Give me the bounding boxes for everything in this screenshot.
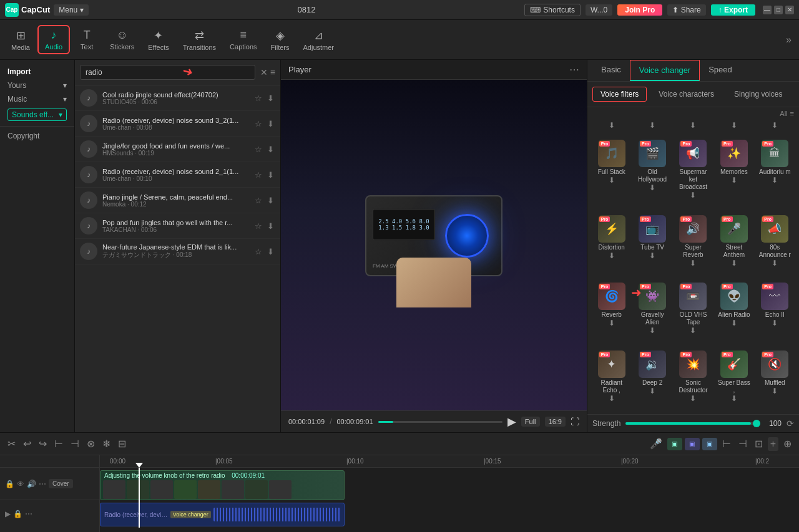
voice-item-distortion[interactable]: Pro ⚡ Distortion ⬇ [592, 211, 630, 277]
search-input[interactable] [80, 65, 255, 80]
favorite-button[interactable]: ☆ [253, 92, 263, 104]
voice-item-super-reverb[interactable]: Pro 🔊 Super Reverb ⬇ [674, 211, 712, 277]
download-button[interactable]: ⬇ [266, 92, 275, 104]
search-filter-button[interactable]: ≡ [270, 67, 275, 77]
maximize-button[interactable]: □ [774, 6, 783, 14]
freeze-button[interactable]: ❄ [100, 435, 113, 452]
voice-item-street-anthem[interactable]: Pro 🎤 Street Anthem ⬇ [715, 211, 753, 277]
voice-item-super-bass[interactable]: Pro 🎸 Super Bass , ⬇ [715, 347, 753, 412]
download-button[interactable]: ⬇ [266, 118, 275, 130]
menu-button[interactable]: Menu ▾ [54, 4, 88, 16]
tab-speed[interactable]: Speed [700, 60, 741, 81]
tool-captions[interactable]: ≡ Captions [223, 26, 263, 53]
tool-transitions[interactable]: ⇄ Transitions [177, 26, 222, 54]
list-item[interactable]: ♪ Pop and fun jingles that go well with … [75, 213, 280, 239]
download-button[interactable]: ⬇ [266, 169, 275, 181]
minimize-button[interactable]: — [763, 6, 772, 14]
voice-item-tube-tv[interactable]: Pro 📺 Tube TV ⬇ [633, 211, 671, 277]
video-track[interactable]: Adjusting the volume knob of the retro r… [100, 470, 345, 500]
more2-button[interactable]: ⋯ [25, 510, 32, 518]
player-menu-button[interactable]: ⋯ [569, 64, 579, 75]
download-button[interactable]: ⬇ [266, 143, 275, 155]
tool-audio[interactable]: ♪ Audio [37, 25, 70, 54]
tool-effects[interactable]: ✦ Effects [142, 26, 175, 54]
favorite-button[interactable]: ☆ [253, 195, 263, 206]
voice-item-radiant-echo[interactable]: Pro ✦ Radiant Echo , ⬇ [592, 347, 630, 412]
tool-adjustmer[interactable]: ⊿ Adjustmer [297, 26, 341, 54]
list-item[interactable]: ♪ Cool radio jingle sound effect(240702)… [75, 85, 280, 111]
more-button[interactable]: ⋯ [39, 480, 46, 488]
sounds-item[interactable]: Sounds eff... ▾ [0, 106, 74, 123]
lock2-button[interactable]: 🔒 [13, 510, 22, 518]
search-clear-button[interactable]: ✕ [260, 67, 268, 77]
delete-button[interactable]: ⊗ [84, 435, 97, 452]
list-item[interactable]: ♪ Jingle/for good food and fun events / … [75, 137, 280, 162]
favorite-button[interactable]: ☆ [253, 143, 263, 155]
subtab-voice-filters[interactable]: Voice filters [592, 87, 647, 102]
play-button[interactable]: ▶ [507, 415, 516, 428]
zoom-in-button[interactable]: + [768, 437, 778, 451]
subtab-singing-voices[interactable]: Singing voices [726, 87, 790, 102]
voice-item-muffled[interactable]: Pro 🔇 Muffled ⬇ [756, 347, 794, 412]
music-item[interactable]: Music ▾ [0, 92, 74, 106]
tab-basic[interactable]: Basic [592, 60, 630, 81]
voice-item-sonic-destructor[interactable]: Pro 💥 Sonic Destructor ⬇ [674, 347, 712, 412]
trim-right-button[interactable]: ⊣ [68, 435, 82, 452]
shortcuts-button[interactable]: ⌨ Shortcuts [524, 4, 581, 16]
zoom-out-button[interactable]: ⊕ [781, 435, 794, 452]
fullscreen-button[interactable]: ⛶ [571, 417, 579, 427]
list-item[interactable]: ♪ Piano jingle / Serene, calm, peaceful … [75, 188, 280, 213]
mic-button[interactable]: 🎤 [647, 435, 665, 452]
tool-media[interactable]: ⊞ Media [5, 26, 36, 54]
favorite-button[interactable]: ☆ [253, 118, 263, 130]
split-button[interactable]: ✂ [5, 435, 18, 452]
voice-item-alien-radio[interactable]: Pro 👽 Alien Radio ⬇ [715, 279, 753, 344]
voice-item-old-vhs[interactable]: Pro 📼 OLD VHS Tape ⬇ [674, 279, 712, 344]
voice-item-deep-2[interactable]: Pro 🔉 Deep 2 ⬇ [633, 347, 671, 412]
list-item[interactable]: ♪ Radio (receiver, device) noise sound 2… [75, 162, 280, 188]
tl-ctrl2[interactable]: ▣ [685, 438, 700, 450]
undo-button[interactable]: ↩ [21, 435, 34, 452]
trim-left-button[interactable]: ⊢ [52, 435, 66, 452]
quality-button[interactable]: Full [521, 417, 540, 427]
favorite-button[interactable]: ☆ [253, 246, 263, 258]
strength-slider[interactable] [625, 422, 758, 425]
subtab-voice-characters[interactable]: Voice characters [650, 87, 722, 102]
favorite-button[interactable]: ☆ [253, 169, 263, 181]
cover-label[interactable]: Cover [49, 479, 73, 488]
voice-item-reverb2[interactable]: ➜ Pro 🌀 Reverb ⬇ [592, 279, 630, 344]
toolbar-expand-button[interactable]: » [783, 32, 794, 48]
progress-bar[interactable] [378, 421, 502, 423]
list-item[interactable]: ♪ Radio (receiver, device) noise sound 3… [75, 111, 280, 137]
tool-stickers[interactable]: ☺ Stickers [104, 26, 140, 53]
audio-track[interactable]: Radio (receiver, device) noise sound 2_1… [100, 503, 345, 526]
ratio-button[interactable]: 16:9 [545, 417, 566, 427]
tl-ctrl3[interactable]: ▣ [702, 438, 717, 450]
tool-text[interactable]: T Text [71, 26, 102, 53]
tl-ctrl5[interactable]: ⊣ [736, 435, 750, 452]
close-button[interactable]: ✕ [785, 6, 794, 14]
tl-ctrl6[interactable]: ⊡ [752, 435, 765, 452]
share-button[interactable]: ⬆ Share [667, 4, 705, 16]
voice-item-auditorium[interactable]: Pro 🏛 Auditoriu m ⬇ [756, 136, 794, 209]
lock-button[interactable]: 🔒 [5, 480, 14, 488]
voice-item-supermarket-broadcast[interactable]: Pro 📢 Supermar ket Broadcast ⬇ [674, 136, 712, 209]
export-button[interactable]: ↑ Export [711, 4, 755, 16]
voice-item-echo-2[interactable]: Pro 〰 Echo II ⬇ [756, 279, 794, 344]
join-pro-button[interactable]: Join Pro [617, 4, 662, 16]
download-button[interactable]: ⬇ [266, 246, 275, 258]
voice-item-80s-announce[interactable]: Pro 📣 80s Announce r ⬇ [756, 211, 794, 277]
download-button[interactable]: ⬇ [266, 195, 275, 206]
tl-ctrl4[interactable]: ⊢ [720, 435, 733, 452]
voice-item-full-stack[interactable]: Pro 🎵 Full Stack ⬇ [592, 136, 630, 209]
list-item[interactable]: ♪ Near-future Japanese-style EDM that is… [75, 239, 280, 264]
copy-button[interactable]: ⊟ [115, 435, 129, 452]
yours-item[interactable]: Yours ▾ [0, 79, 74, 92]
tl-ctrl1[interactable]: ▣ [667, 438, 682, 450]
eye-button[interactable]: 👁 [17, 480, 24, 488]
favorite-button[interactable]: ☆ [253, 220, 263, 232]
download-button[interactable]: ⬇ [266, 220, 275, 232]
tab-voice-changer[interactable]: Voice changer [630, 60, 700, 81]
volume-button[interactable]: 🔊 [27, 480, 36, 488]
voice-item-memories[interactable]: Pro ✨ Memories ⬇ [715, 136, 753, 209]
